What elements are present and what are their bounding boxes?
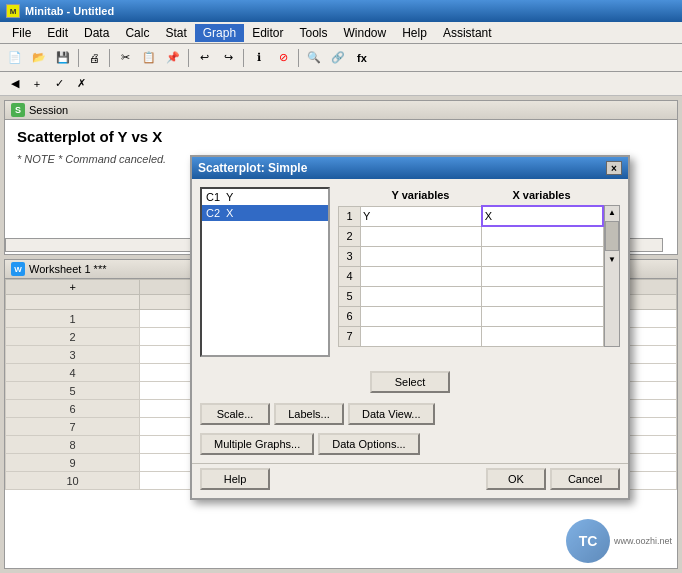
grid-cell-y[interactable] — [361, 226, 482, 246]
grid-row-num: 3 — [339, 246, 361, 266]
grid-cell-x[interactable] — [482, 226, 603, 246]
grid-row: 6 — [339, 306, 604, 326]
grid-cell-x[interactable] — [482, 326, 603, 346]
var-list-item[interactable]: C1Y — [202, 189, 328, 205]
grid-cell-y[interactable] — [361, 326, 482, 346]
grid-cell-x[interactable] — [482, 266, 603, 286]
dialog-close-button[interactable]: × — [606, 161, 622, 175]
grid-row: 1 Y X — [339, 206, 604, 226]
x-vars-header: X variables — [481, 187, 602, 203]
var-name: Y — [226, 191, 233, 203]
grid-row-num: 2 — [339, 226, 361, 246]
help-button[interactable]: Help — [200, 468, 270, 490]
grid-cell-y[interactable] — [361, 286, 482, 306]
grid-header-spacer — [338, 187, 360, 203]
select-button[interactable]: Select — [370, 371, 450, 393]
dialog-titlebar: Scatterplot: Simple × — [192, 157, 628, 179]
scroll-up-icon[interactable]: ▲ — [606, 206, 618, 219]
grid-table: 1 Y X 2 3 4 5 6 7 — [338, 205, 604, 347]
grid-row: 4 — [339, 266, 604, 286]
var-name: X — [226, 207, 233, 219]
multiple-graphs-button[interactable]: Multiple Graphs... — [200, 433, 314, 455]
grid-cell-y[interactable] — [361, 266, 482, 286]
scale-button[interactable]: Scale... — [200, 403, 270, 425]
grid-row-num: 5 — [339, 286, 361, 306]
variable-list: C1YC2X — [200, 187, 330, 357]
ok-button[interactable]: OK — [486, 468, 546, 490]
grid-cell-x[interactable] — [482, 246, 603, 266]
labels-button[interactable]: Labels... — [274, 403, 344, 425]
grid-row-num: 6 — [339, 306, 361, 326]
data-view-button[interactable]: Data View... — [348, 403, 435, 425]
grid-row-num: 1 — [339, 206, 361, 226]
grid-row: 3 — [339, 246, 604, 266]
grid-scrollbar[interactable]: ▲ ▼ — [604, 205, 620, 347]
grid-row: 5 — [339, 286, 604, 306]
select-area: Select — [192, 371, 628, 393]
grid-headers: Y variables X variables — [338, 187, 620, 203]
grid-row-num: 4 — [339, 266, 361, 286]
grid-cell-x[interactable]: X — [482, 206, 603, 226]
grid-cell-y[interactable] — [361, 246, 482, 266]
dialog-actions-row2: Multiple Graphs... Data Options... — [192, 433, 628, 463]
y-vars-header: Y variables — [360, 187, 481, 203]
grid-scroll-area: 1 Y X 2 3 4 5 6 7 ▲ ▼ — [338, 205, 620, 347]
var-col: C1 — [206, 191, 220, 203]
data-options-button[interactable]: Data Options... — [318, 433, 419, 455]
action-group-left: Scale... Labels... Data View... — [200, 403, 435, 425]
grid-cell-x[interactable] — [482, 286, 603, 306]
cancel-button[interactable]: Cancel — [550, 468, 620, 490]
grid-row: 7 — [339, 326, 604, 346]
var-list-item[interactable]: C2X — [202, 205, 328, 221]
ok-cancel-group: OK Cancel — [486, 468, 620, 490]
grid-area: Y variables X variables 1 Y X 2 3 4 5 6 — [338, 187, 620, 357]
dialog-overlay: Scatterplot: Simple × C1YC2X Y variables… — [0, 0, 682, 573]
action-group-center: Multiple Graphs... Data Options... — [200, 433, 420, 455]
dialog-bottom: Help OK Cancel — [192, 463, 628, 498]
var-col: C2 — [206, 207, 220, 219]
dialog-actions-row1: Scale... Labels... Data View... — [192, 399, 628, 433]
grid-cell-y[interactable]: Y — [361, 206, 482, 226]
grid-row-num: 7 — [339, 326, 361, 346]
scroll-down-icon[interactable]: ▼ — [606, 253, 618, 266]
dialog-body: C1YC2X Y variables X variables 1 Y X 2 3 — [192, 179, 628, 365]
scatterplot-dialog: Scatterplot: Simple × C1YC2X Y variables… — [190, 155, 630, 500]
dialog-title: Scatterplot: Simple — [198, 161, 307, 175]
grid-row: 2 — [339, 226, 604, 246]
scroll-thumb[interactable] — [605, 221, 619, 251]
grid-cell-y[interactable] — [361, 306, 482, 326]
grid-cell-x[interactable] — [482, 306, 603, 326]
